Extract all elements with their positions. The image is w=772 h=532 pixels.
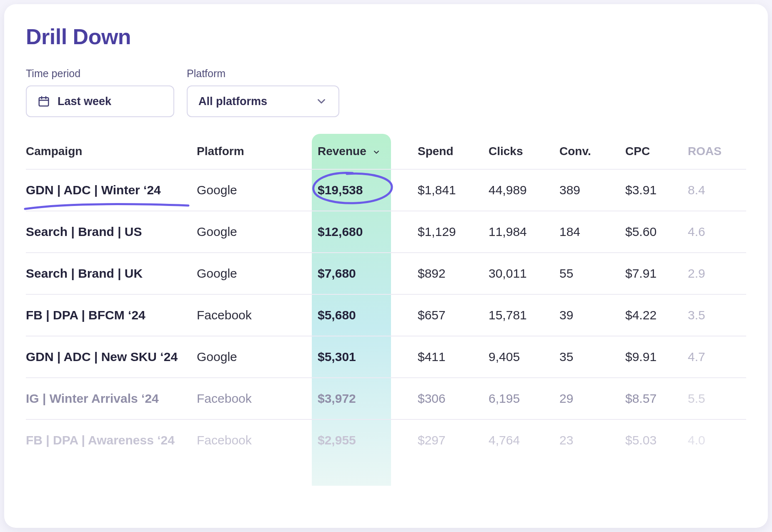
col-header-cpc[interactable]: CPC xyxy=(625,134,688,169)
cell-spend: $657 xyxy=(418,294,489,336)
cell-campaign: FB | DPA | Awareness ‘24 xyxy=(26,419,197,461)
cell-spend: $411 xyxy=(418,336,489,378)
col-header-spend[interactable]: Spend xyxy=(418,134,489,169)
col-header-clicks[interactable]: Clicks xyxy=(489,134,559,169)
cell-revenue: $5,680 xyxy=(293,294,418,336)
campaigns-table: Campaign Platform Revenue Spend Clicks C… xyxy=(26,134,746,461)
cell-clicks: 44,989 xyxy=(489,169,559,211)
cell-campaign: GDN | ADC | New SKU ‘24 xyxy=(26,336,197,378)
table-row[interactable]: GDN | ADC | New SKU ‘24Google$5,301$4119… xyxy=(26,336,746,378)
cell-cpc: $3.91 xyxy=(625,169,688,211)
table-row[interactable]: Search | Brand | USGoogle$12,680$1,12911… xyxy=(26,211,746,253)
cell-revenue: $7,680 xyxy=(293,253,418,294)
platform-filter-dropdown[interactable]: All platforms xyxy=(187,85,339,117)
cell-roas: 5.5 xyxy=(688,378,746,419)
calendar-icon xyxy=(38,95,50,108)
cell-spend: $306 xyxy=(418,378,489,419)
cell-cpc: $7.91 xyxy=(625,253,688,294)
cell-conv: 23 xyxy=(559,419,625,461)
cell-spend: $1,129 xyxy=(418,211,489,253)
cell-clicks: 9,405 xyxy=(489,336,559,378)
cell-clicks: 4,764 xyxy=(489,419,559,461)
cell-platform: Google xyxy=(197,211,293,253)
col-header-campaign[interactable]: Campaign xyxy=(26,134,197,169)
table-row[interactable]: FB | DPA | Awareness ‘24Facebook$2,955$2… xyxy=(26,419,746,461)
chevron-down-icon xyxy=(315,95,328,108)
cell-clicks: 30,011 xyxy=(489,253,559,294)
table-row[interactable]: GDN | ADC | Winter ‘24Google$19,538$1,84… xyxy=(26,169,746,211)
cell-revenue: $12,680 xyxy=(293,211,418,253)
svg-rect-0 xyxy=(39,98,49,106)
cell-cpc: $5.03 xyxy=(625,419,688,461)
cell-clicks: 11,984 xyxy=(489,211,559,253)
cell-campaign: IG | Winter Arrivals ‘24 xyxy=(26,378,197,419)
cell-conv: 389 xyxy=(559,169,625,211)
cell-campaign: GDN | ADC | Winter ‘24 xyxy=(26,169,197,211)
time-filter-group: Time period Last week xyxy=(26,68,174,117)
cell-conv: 35 xyxy=(559,336,625,378)
table-row[interactable]: FB | DPA | BFCM ‘24Facebook$5,680$65715,… xyxy=(26,294,746,336)
cell-clicks: 6,195 xyxy=(489,378,559,419)
cell-campaign: FB | DPA | BFCM ‘24 xyxy=(26,294,197,336)
cell-cpc: $8.57 xyxy=(625,378,688,419)
cell-revenue: $2,955 xyxy=(293,419,418,461)
filters-bar: Time period Last week Platform All platf… xyxy=(26,68,746,117)
cell-platform: Google xyxy=(197,169,293,211)
col-header-roas[interactable]: ROAS xyxy=(688,134,746,169)
cell-roas: 4.6 xyxy=(688,211,746,253)
cell-cpc: $9.91 xyxy=(625,336,688,378)
cell-spend: $297 xyxy=(418,419,489,461)
time-filter-label: Time period xyxy=(26,68,174,80)
time-filter-value: Last week xyxy=(58,95,111,108)
cell-platform: Facebook xyxy=(197,294,293,336)
cell-campaign: Search | Brand | UK xyxy=(26,253,197,294)
cell-cpc: $5.60 xyxy=(625,211,688,253)
table-header-row: Campaign Platform Revenue Spend Clicks C… xyxy=(26,134,746,169)
sort-descending-icon xyxy=(372,148,381,156)
col-header-revenue[interactable]: Revenue xyxy=(293,134,418,169)
cell-roas: 4.7 xyxy=(688,336,746,378)
col-header-conv[interactable]: Conv. xyxy=(559,134,625,169)
cell-revenue: $3,972 xyxy=(293,378,418,419)
platform-filter-group: Platform All platforms xyxy=(187,68,339,117)
cell-platform: Google xyxy=(197,336,293,378)
cell-roas: 8.4 xyxy=(688,169,746,211)
cell-roas: 3.5 xyxy=(688,294,746,336)
cell-conv: 55 xyxy=(559,253,625,294)
platform-filter-value: All platforms xyxy=(198,95,267,108)
table-row[interactable]: IG | Winter Arrivals ‘24Facebook$3,972$3… xyxy=(26,378,746,419)
cell-platform: Google xyxy=(197,253,293,294)
drilldown-card: Drill Down Time period Last week Platfor… xyxy=(4,4,768,528)
cell-spend: $892 xyxy=(418,253,489,294)
cell-conv: 29 xyxy=(559,378,625,419)
cell-revenue: $19,538 xyxy=(293,169,418,211)
cell-campaign: Search | Brand | US xyxy=(26,211,197,253)
time-filter-button[interactable]: Last week xyxy=(26,85,174,117)
cell-revenue: $5,301 xyxy=(293,336,418,378)
cell-conv: 39 xyxy=(559,294,625,336)
cell-cpc: $4.22 xyxy=(625,294,688,336)
table-row[interactable]: Search | Brand | UKGoogle$7,680$89230,01… xyxy=(26,253,746,294)
cell-clicks: 15,781 xyxy=(489,294,559,336)
cell-roas: 2.9 xyxy=(688,253,746,294)
cell-platform: Facebook xyxy=(197,378,293,419)
cell-platform: Facebook xyxy=(197,419,293,461)
cell-spend: $1,841 xyxy=(418,169,489,211)
page-title: Drill Down xyxy=(26,24,746,49)
cell-roas: 4.0 xyxy=(688,419,746,461)
col-header-platform[interactable]: Platform xyxy=(197,134,293,169)
cell-conv: 184 xyxy=(559,211,625,253)
platform-filter-label: Platform xyxy=(187,68,339,80)
table-container: Campaign Platform Revenue Spend Clicks C… xyxy=(26,134,746,461)
